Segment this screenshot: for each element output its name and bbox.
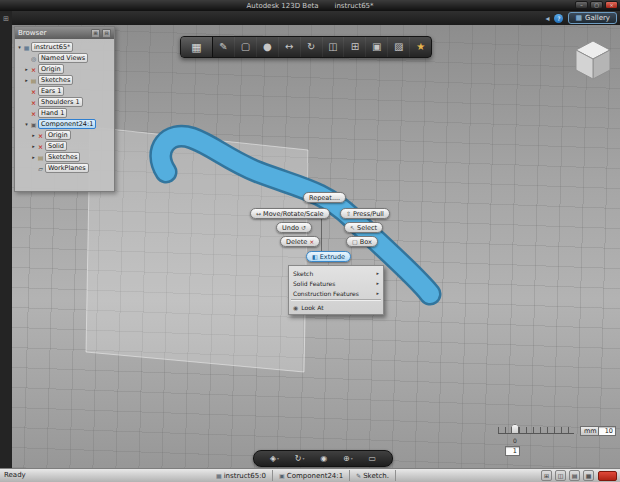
tree-item-workplanes[interactable]: ▱ WorkPlanes (16, 163, 113, 173)
layout-icon[interactable]: ▦ (583, 470, 594, 481)
pattern-tool-icon[interactable]: ◫ (322, 37, 344, 57)
shell-tool-icon[interactable]: ▣ (365, 37, 387, 57)
material-tool-icon[interactable]: ▨ (387, 37, 409, 57)
tree-item-component-sketches[interactable]: ▸ ▤ Sketches (16, 152, 113, 162)
disclosure-icon[interactable]: ▸ (31, 143, 36, 149)
snap-toggle-icon[interactable]: ◫ (555, 470, 566, 481)
extrude-label: Extrude (320, 253, 345, 261)
view-cube[interactable] (570, 36, 616, 86)
submenu-arrow-icon: ▸ (376, 270, 379, 276)
fit-icon[interactable]: ▭ (369, 454, 377, 463)
tree-item-label: Sketches (45, 152, 80, 162)
major-grid-value[interactable]: 10 (598, 426, 616, 436)
close-button[interactable]: × (605, 1, 618, 9)
hidden-icon[interactable]: × (37, 143, 44, 150)
submenu-arrow-icon: ▸ (376, 290, 379, 296)
hidden-icon[interactable]: × (30, 66, 37, 73)
disclosure-icon[interactable]: ▸ (24, 66, 29, 72)
sphere-tool-icon[interactable]: ● (256, 37, 278, 57)
status-context-fields: ▦ instruct65:0 ▣ Component24:1 ✎ Sketch. (210, 470, 396, 481)
extrude-icon: ◧ (312, 253, 318, 260)
navigation-bar: ◈ ▾ ↻ ▾ ◉ ⊕ ▾ ▭ (253, 450, 393, 467)
tree-item-label: instruct65* (31, 42, 73, 52)
browser-header[interactable]: Browser ⊞ ⊟ (15, 27, 114, 39)
tree-item-hand[interactable]: × Hand 1 (16, 108, 113, 118)
grid-toggle-icon[interactable]: ⊞ (541, 470, 552, 481)
disclosure-icon[interactable]: ▾ (17, 44, 22, 50)
grid-scale-ruler[interactable] (498, 427, 574, 434)
move-label: Move/Rotate/Scale (263, 210, 324, 218)
disclosure-icon[interactable]: ▸ (31, 154, 36, 160)
tree-item-label: WorkPlanes (45, 163, 89, 173)
solid-features-label: Solid Features (293, 280, 335, 287)
hidden-icon[interactable]: × (30, 88, 37, 95)
move-icon: ↔ (256, 210, 261, 217)
gallery-label: Gallery (585, 14, 610, 22)
browser-title: Browser (18, 29, 46, 37)
submenu-divider (291, 299, 381, 301)
minor-grid-value[interactable]: 1 (505, 446, 520, 456)
notification-badge[interactable] (598, 471, 617, 481)
status-toggle-icons: ⊞ ◫ ▤ ▦ (541, 470, 594, 481)
primitive-box-tool-icon[interactable]: ▢ (234, 37, 256, 57)
tree-item-component24[interactable]: ▾ ▣ Component24:1 (16, 119, 113, 129)
hidden-icon[interactable]: × (30, 110, 37, 117)
context-menu-item-extrude[interactable]: ◧ Extrude (306, 251, 351, 262)
context-menu-item-move[interactable]: ↔ Move/Rotate/Scale (250, 208, 330, 219)
hidden-icon[interactable]: × (30, 99, 37, 106)
context-menu-item-delete[interactable]: Delete × (280, 236, 320, 247)
revolve-tool-icon[interactable]: ↻ (300, 37, 322, 57)
tree-item-ears[interactable]: × Ears 1 (16, 86, 113, 96)
tree-item-origin[interactable]: ▸ × Origin (16, 64, 113, 74)
minimize-button[interactable]: – (575, 1, 588, 9)
component-icon: ▣ (30, 121, 37, 128)
maximize-button[interactable]: ▢ (590, 1, 603, 9)
tree-item-label: Sketches (38, 75, 73, 85)
tree-item-sketches[interactable]: ▸ ▤ Sketches (16, 75, 113, 85)
move-tool-icon[interactable]: ↔ (278, 37, 300, 57)
help-icon[interactable]: ? (554, 14, 563, 23)
context-menu-item-select[interactable]: ↖ Select (344, 222, 383, 233)
tree-item-component-solid[interactable]: ▸ × Solid (16, 141, 113, 151)
disclosure-icon[interactable]: ▸ (31, 132, 36, 138)
browser-options-icon[interactable]: ⊞ (91, 29, 100, 38)
panel-toggle-icon[interactable]: ⊞ (0, 15, 12, 23)
tree-item-named-views[interactable]: ◎ Named Views (16, 53, 113, 63)
browser-collapse-icon[interactable]: ⊟ (102, 29, 111, 38)
pan-icon[interactable]: ◈ ▾ (270, 454, 279, 463)
sketch-tool-icon[interactable]: ✎ (213, 37, 234, 57)
undo-icon: ↺ (301, 224, 306, 231)
hidden-icon[interactable]: × (37, 132, 44, 139)
box-label: Box (360, 238, 372, 246)
zoom-icon[interactable]: ⊕ ▾ (343, 454, 353, 463)
look-at-nav-icon[interactable]: ◉ (320, 454, 327, 463)
status-bar: Ready ▦ instruct65:0 ▣ Component24:1 ✎ S… (0, 468, 620, 482)
status-document-field: ▦ instruct65:0 (210, 470, 273, 481)
app-menu-button[interactable]: ▦ (181, 37, 213, 57)
tree-item-shoulders[interactable]: × Shoulders 1 (16, 97, 113, 107)
select-label: Select (357, 224, 377, 232)
submenu-item-construction-features[interactable]: Construction Features ▸ (289, 288, 383, 298)
disclosure-icon[interactable]: ▾ (24, 121, 29, 127)
submenu-item-look-at[interactable]: ◉ Look At (289, 302, 383, 312)
favorites-tool-icon[interactable]: ★ (409, 37, 431, 57)
context-menu-item-press-pull[interactable]: ⇧ Press/Pull (340, 208, 390, 219)
component-icon: ▣ (279, 472, 285, 479)
context-menu-item-undo[interactable]: Undo ↺ (276, 222, 312, 233)
browser-panel: Browser ⊞ ⊟ ▾ ▦ instruct65* ◎ Named View… (14, 26, 115, 192)
combine-tool-icon[interactable]: ⊞ (343, 37, 365, 57)
tree-item-component-origin[interactable]: ▸ × Origin (16, 130, 113, 140)
context-menu-item-box[interactable]: ▢ Box (346, 236, 378, 247)
back-arrow-icon[interactable]: ◂ (545, 14, 549, 23)
context-menu-item-repeat[interactable]: Repeat.... (303, 192, 346, 203)
disclosure-icon[interactable]: ▸ (24, 77, 29, 83)
dropdown-arrow-icon[interactable]: ▾ (303, 456, 305, 461)
orbit-icon[interactable]: ↻ ▾ (295, 454, 305, 463)
dropdown-arrow-icon[interactable]: ▾ (351, 456, 353, 461)
submenu-item-sketch[interactable]: Sketch ▸ (289, 268, 383, 278)
units-icon[interactable]: ▤ (569, 470, 580, 481)
gallery-button[interactable]: ▦ Gallery (568, 12, 617, 24)
tree-item-instruct65[interactable]: ▾ ▦ instruct65* (16, 42, 113, 52)
submenu-item-solid-features[interactable]: Solid Features ▸ (289, 278, 383, 288)
dropdown-arrow-icon[interactable]: ▾ (277, 456, 279, 461)
